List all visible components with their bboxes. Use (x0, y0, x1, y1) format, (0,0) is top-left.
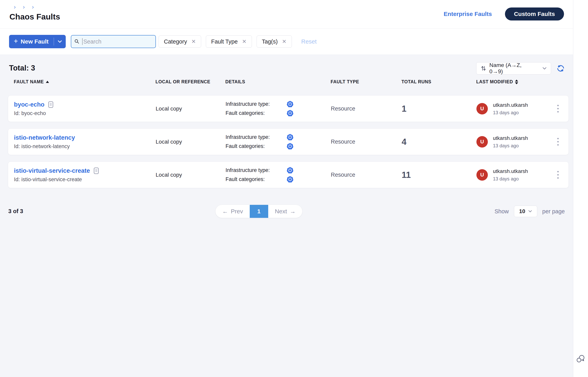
chat-bubbles-icon (576, 354, 586, 364)
table-row: byoc-echo Id: byoc-echo Local copy Infra… (8, 95, 569, 122)
table-header-row: FAULT NAME LOCAL OR REFERENCE DETAILS FA… (8, 79, 569, 84)
fault-type: Resource (331, 172, 402, 178)
infrastructure-type-label: Infrastructure type: (226, 167, 286, 173)
row-menu-button[interactable] (554, 103, 562, 114)
refresh-button[interactable] (556, 64, 565, 72)
next-page-button[interactable]: Next → (268, 205, 303, 218)
fault-id: Id: byoc-echo (14, 110, 156, 117)
modified-by: utkarsh.utkarsh (493, 135, 528, 141)
refresh-icon (556, 64, 565, 72)
row-menu-button[interactable] (554, 136, 562, 147)
fault-rows: byoc-echo Id: byoc-echo Local copy Infra… (8, 95, 569, 188)
fault-name-link[interactable]: byoc-echo (14, 101, 45, 108)
column-header-last-modified[interactable]: LAST MODIFIED (476, 79, 545, 84)
kubernetes-icon (286, 167, 294, 174)
table-row: istio-network-latency Id: istio-network-… (8, 129, 569, 155)
page-title: Chaos Faults (10, 12, 60, 22)
search-input[interactable] (83, 38, 152, 45)
header-actions: Enterprise Faults Custom Faults (444, 8, 564, 21)
page-size-dropdown[interactable]: 10 (514, 206, 537, 217)
last-modified-cell: U utkarsh.utkarsh 13 days ago (476, 168, 545, 182)
pagination-range: 3 of 3 (8, 208, 23, 214)
modified-by: utkarsh.utkarsh (493, 168, 528, 174)
sort-dropdown[interactable]: Name (A→Z, 0→9) (476, 62, 551, 74)
breadcrumb-separator: › (14, 4, 16, 10)
breadcrumb-separator: › (23, 4, 25, 10)
sort-ascending-icon (46, 81, 49, 83)
table-row: istio-virtual-service-create Id: istio-v… (8, 162, 569, 188)
copy-icon[interactable] (48, 101, 54, 108)
page-size-control: Show 10 per page (495, 206, 565, 217)
filter-chip[interactable]: Category ✕ (158, 35, 201, 48)
details-cell: Infrastructure type: Fault categories: (226, 167, 331, 183)
custom-faults-button[interactable]: Custom Faults (505, 8, 564, 21)
fault-type: Resource (331, 139, 402, 145)
local-or-reference: Local copy (156, 139, 226, 145)
total-runs: 11 (402, 170, 476, 180)
close-icon[interactable]: ✕ (282, 38, 286, 45)
chevron-down-icon (58, 40, 62, 43)
total-count: Total: 3 (9, 64, 35, 72)
column-header-details: DETAILS (225, 79, 331, 84)
column-header-fault-name[interactable]: FAULT NAME (14, 79, 156, 84)
fault-name-link[interactable]: istio-network-latency (14, 134, 75, 141)
search-icon (74, 39, 79, 44)
kubernetes-icon (286, 101, 294, 108)
chat-support-button[interactable] (576, 354, 586, 364)
page-number-button[interactable]: 1 (250, 205, 268, 218)
column-header-total-runs: TOTAL RUNS (401, 79, 476, 84)
filter-chip[interactable]: Tag(s) ✕ (257, 35, 292, 48)
arrow-right-icon: → (290, 208, 295, 215)
avatar: U (476, 103, 488, 114)
right-strip (573, 0, 588, 377)
sort-arrows-icon (481, 65, 486, 71)
show-label: Show (495, 208, 509, 215)
new-fault-dropdown-toggle[interactable] (54, 35, 66, 48)
toolbar: + New Fault Category ✕ Fault Type ✕ Tag(… (0, 29, 573, 55)
kubernetes-icon (286, 110, 294, 117)
breadcrumb: ››› (10, 4, 37, 10)
breadcrumb-separator: › (32, 4, 34, 10)
enterprise-faults-link[interactable]: Enterprise Faults (444, 11, 492, 17)
infrastructure-type-label: Infrastructure type: (226, 101, 286, 107)
fault-id: Id: istio-virtual-service-create (14, 177, 156, 183)
text-caret (82, 38, 83, 45)
copy-icon[interactable] (93, 167, 99, 174)
content-area: Total: 3 Name (A→Z, 0→9) FAULT NAME LOCA… (0, 55, 573, 377)
chevron-down-icon (528, 210, 532, 212)
new-fault-button[interactable]: + New Fault (9, 35, 66, 48)
pager: ← Prev 1 Next → (215, 205, 302, 218)
avatar: U (476, 169, 488, 181)
kubernetes-icon (286, 143, 294, 150)
row-menu-button[interactable] (554, 169, 562, 180)
local-or-reference: Local copy (156, 106, 226, 112)
close-icon[interactable]: ✕ (242, 38, 247, 45)
fault-categories-label: Fault categories: (226, 110, 286, 116)
sort-both-icon (515, 80, 518, 84)
per-page-label: per page (542, 208, 565, 215)
local-or-reference: Local copy (156, 172, 226, 178)
modified-ago: 13 days ago (493, 176, 528, 182)
close-icon[interactable]: ✕ (191, 38, 196, 45)
modified-ago: 13 days ago (493, 110, 528, 115)
total-runs: 1 (402, 104, 476, 114)
new-fault-label: New Fault (21, 38, 49, 45)
arrow-left-icon: ← (222, 208, 228, 215)
infrastructure-type-label: Infrastructure type: (226, 134, 286, 140)
fault-type: Resource (331, 105, 402, 112)
fault-name-link[interactable]: istio-virtual-service-create (14, 167, 90, 174)
total-runs: 4 (402, 137, 476, 147)
last-modified-cell: U utkarsh.utkarsh 13 days ago (476, 102, 545, 115)
kubernetes-icon (286, 134, 294, 141)
column-header-local-or-reference: LOCAL OR REFERENCE (156, 79, 225, 84)
modified-by: utkarsh.utkarsh (493, 102, 528, 108)
plus-icon: + (14, 38, 18, 45)
page-header: ››› Chaos Faults Enterprise Faults Custo… (0, 0, 573, 29)
filter-chip[interactable]: Fault Type ✕ (206, 35, 252, 48)
reset-filters-button[interactable]: Reset (301, 38, 317, 45)
chaos-faults-page: ››› Chaos Faults Enterprise Faults Custo… (0, 0, 588, 377)
details-cell: Infrastructure type: Fault categories: (226, 101, 331, 117)
fault-categories-label: Fault categories: (226, 176, 286, 182)
search-box (71, 35, 156, 48)
prev-page-button[interactable]: ← Prev (215, 205, 250, 218)
